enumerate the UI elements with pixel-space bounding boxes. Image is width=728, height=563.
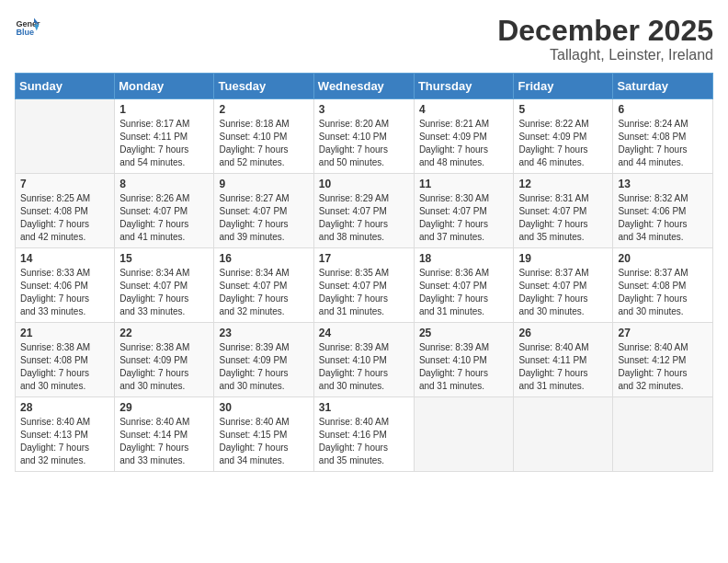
day-info: Sunrise: 8:36 AM Sunset: 4:07 PM Dayligh…: [419, 267, 509, 318]
day-cell: 21Sunrise: 8:38 AM Sunset: 4:08 PM Dayli…: [16, 323, 115, 397]
day-number: 19: [518, 252, 608, 265]
day-info: Sunrise: 8:40 AM Sunset: 4:15 PM Dayligh…: [219, 416, 308, 467]
day-cell: 22Sunrise: 8:38 AM Sunset: 4:09 PM Dayli…: [115, 323, 214, 397]
calendar-table: SundayMondayTuesdayWednesdayThursdayFrid…: [15, 73, 713, 472]
day-cell: 18Sunrise: 8:36 AM Sunset: 4:07 PM Dayli…: [414, 248, 514, 323]
week-row-3: 14Sunrise: 8:33 AM Sunset: 4:06 PM Dayli…: [16, 248, 713, 323]
day-cell: 19Sunrise: 8:37 AM Sunset: 4:07 PM Dayli…: [514, 248, 613, 323]
day-info: Sunrise: 8:34 AM Sunset: 4:07 PM Dayligh…: [119, 267, 209, 318]
day-number: 9: [219, 178, 308, 190]
day-cell: 30Sunrise: 8:40 AM Sunset: 4:15 PM Dayli…: [214, 397, 313, 472]
day-cell: 15Sunrise: 8:34 AM Sunset: 4:07 PM Dayli…: [115, 248, 214, 323]
day-number: 23: [219, 327, 308, 339]
title-area: December 2025 Tallaght, Leinster, Irelan…: [497, 15, 713, 63]
day-number: 8: [119, 178, 209, 190]
day-cell: 14Sunrise: 8:33 AM Sunset: 4:06 PM Dayli…: [16, 248, 115, 323]
day-cell: 2Sunrise: 8:18 AM Sunset: 4:10 PM Daylig…: [214, 99, 313, 174]
week-row-2: 7Sunrise: 8:25 AM Sunset: 4:08 PM Daylig…: [16, 174, 713, 248]
day-cell: 12Sunrise: 8:31 AM Sunset: 4:07 PM Dayli…: [514, 174, 613, 248]
day-info: Sunrise: 8:38 AM Sunset: 4:08 PM Dayligh…: [20, 341, 109, 393]
day-number: 7: [20, 178, 109, 190]
day-cell: 16Sunrise: 8:34 AM Sunset: 4:07 PM Dayli…: [214, 248, 313, 323]
day-info: Sunrise: 8:17 AM Sunset: 4:11 PM Dayligh…: [119, 118, 209, 169]
day-number: 10: [319, 178, 409, 190]
day-cell: 26Sunrise: 8:40 AM Sunset: 4:11 PM Dayli…: [514, 323, 613, 397]
day-info: Sunrise: 8:32 AM Sunset: 4:06 PM Dayligh…: [618, 192, 708, 244]
day-cell: [16, 99, 115, 174]
svg-text:Blue: Blue: [16, 28, 34, 37]
day-number: 3: [319, 103, 409, 116]
header-tuesday: Tuesday: [214, 74, 313, 99]
day-cell: 27Sunrise: 8:40 AM Sunset: 4:12 PM Dayli…: [613, 323, 713, 397]
day-number: 27: [618, 327, 708, 339]
day-cell: 17Sunrise: 8:35 AM Sunset: 4:07 PM Dayli…: [313, 248, 414, 323]
day-number: 17: [319, 252, 409, 265]
month-title: December 2025: [497, 15, 713, 47]
header-friday: Friday: [514, 74, 613, 99]
day-info: Sunrise: 8:30 AM Sunset: 4:07 PM Dayligh…: [419, 192, 509, 244]
day-number: 20: [618, 252, 708, 265]
header-monday: Monday: [115, 74, 214, 99]
day-info: Sunrise: 8:35 AM Sunset: 4:07 PM Dayligh…: [319, 267, 409, 318]
day-info: Sunrise: 8:40 AM Sunset: 4:11 PM Dayligh…: [518, 341, 608, 393]
day-cell: [514, 397, 613, 472]
day-number: 22: [119, 327, 209, 339]
day-info: Sunrise: 8:25 AM Sunset: 4:08 PM Dayligh…: [20, 192, 109, 244]
day-number: 4: [419, 103, 509, 116]
day-cell: 1Sunrise: 8:17 AM Sunset: 4:11 PM Daylig…: [115, 99, 214, 174]
day-info: Sunrise: 8:37 AM Sunset: 4:07 PM Dayligh…: [518, 267, 608, 318]
day-cell: 10Sunrise: 8:29 AM Sunset: 4:07 PM Dayli…: [313, 174, 414, 248]
day-cell: 3Sunrise: 8:20 AM Sunset: 4:10 PM Daylig…: [313, 99, 414, 174]
day-number: 30: [219, 401, 308, 414]
day-info: Sunrise: 8:33 AM Sunset: 4:06 PM Dayligh…: [20, 267, 109, 318]
day-cell: 25Sunrise: 8:39 AM Sunset: 4:10 PM Dayli…: [414, 323, 514, 397]
day-number: 24: [319, 327, 409, 339]
day-number: 29: [119, 401, 209, 414]
day-cell: 13Sunrise: 8:32 AM Sunset: 4:06 PM Dayli…: [613, 174, 713, 248]
day-info: Sunrise: 8:34 AM Sunset: 4:07 PM Dayligh…: [219, 267, 308, 318]
day-cell: 23Sunrise: 8:39 AM Sunset: 4:09 PM Dayli…: [214, 323, 313, 397]
day-info: Sunrise: 8:18 AM Sunset: 4:10 PM Dayligh…: [219, 118, 308, 169]
day-number: 25: [419, 327, 509, 339]
day-cell: 28Sunrise: 8:40 AM Sunset: 4:13 PM Dayli…: [16, 397, 115, 472]
day-number: 2: [219, 103, 308, 116]
day-cell: 7Sunrise: 8:25 AM Sunset: 4:08 PM Daylig…: [16, 174, 115, 248]
location-title: Tallaght, Leinster, Ireland: [497, 47, 713, 63]
day-cell: 9Sunrise: 8:27 AM Sunset: 4:07 PM Daylig…: [214, 174, 313, 248]
header: General Blue December 2025 Tallaght, Lei…: [15, 15, 713, 63]
day-info: Sunrise: 8:40 AM Sunset: 4:16 PM Dayligh…: [319, 416, 409, 467]
day-number: 21: [20, 327, 109, 339]
day-number: 26: [518, 327, 608, 339]
calendar-header-row: SundayMondayTuesdayWednesdayThursdayFrid…: [16, 74, 713, 99]
day-info: Sunrise: 8:21 AM Sunset: 4:09 PM Dayligh…: [419, 118, 509, 169]
day-info: Sunrise: 8:20 AM Sunset: 4:10 PM Dayligh…: [319, 118, 409, 169]
day-info: Sunrise: 8:27 AM Sunset: 4:07 PM Dayligh…: [219, 192, 308, 244]
week-row-1: 1Sunrise: 8:17 AM Sunset: 4:11 PM Daylig…: [16, 99, 713, 174]
day-number: 31: [319, 401, 409, 414]
day-number: 18: [419, 252, 509, 265]
day-info: Sunrise: 8:39 AM Sunset: 4:09 PM Dayligh…: [219, 341, 308, 393]
day-info: Sunrise: 8:39 AM Sunset: 4:10 PM Dayligh…: [319, 341, 409, 393]
day-cell: [414, 397, 514, 472]
day-info: Sunrise: 8:40 AM Sunset: 4:14 PM Dayligh…: [119, 416, 209, 467]
day-info: Sunrise: 8:37 AM Sunset: 4:08 PM Dayligh…: [618, 267, 708, 318]
header-wednesday: Wednesday: [313, 74, 414, 99]
day-number: 1: [119, 103, 209, 116]
day-cell: 5Sunrise: 8:22 AM Sunset: 4:09 PM Daylig…: [514, 99, 613, 174]
week-row-5: 28Sunrise: 8:40 AM Sunset: 4:13 PM Dayli…: [16, 397, 713, 472]
day-cell: 24Sunrise: 8:39 AM Sunset: 4:10 PM Dayli…: [313, 323, 414, 397]
day-number: 6: [618, 103, 708, 116]
day-info: Sunrise: 8:40 AM Sunset: 4:13 PM Dayligh…: [20, 416, 109, 467]
day-info: Sunrise: 8:31 AM Sunset: 4:07 PM Dayligh…: [518, 192, 608, 244]
day-number: 11: [419, 178, 509, 190]
day-number: 15: [119, 252, 209, 265]
day-number: 14: [20, 252, 109, 265]
day-cell: 11Sunrise: 8:30 AM Sunset: 4:07 PM Dayli…: [414, 174, 514, 248]
day-cell: 8Sunrise: 8:26 AM Sunset: 4:07 PM Daylig…: [115, 174, 214, 248]
day-info: Sunrise: 8:40 AM Sunset: 4:12 PM Dayligh…: [618, 341, 708, 393]
day-cell: [613, 397, 713, 472]
day-info: Sunrise: 8:38 AM Sunset: 4:09 PM Dayligh…: [119, 341, 209, 393]
day-cell: 29Sunrise: 8:40 AM Sunset: 4:14 PM Dayli…: [115, 397, 214, 472]
week-row-4: 21Sunrise: 8:38 AM Sunset: 4:08 PM Dayli…: [16, 323, 713, 397]
day-info: Sunrise: 8:29 AM Sunset: 4:07 PM Dayligh…: [319, 192, 409, 244]
